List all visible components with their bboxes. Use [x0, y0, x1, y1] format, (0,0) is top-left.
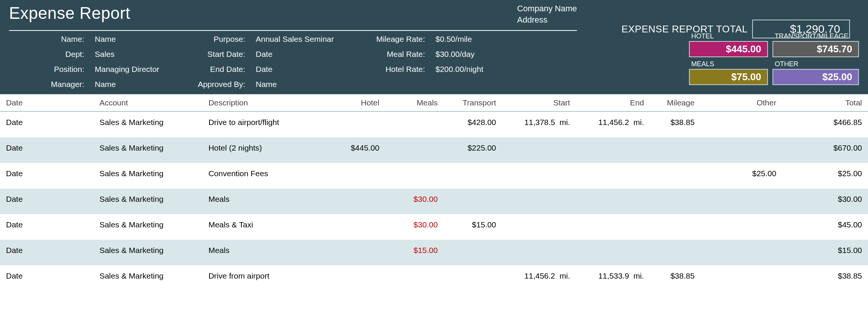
cell-meals	[385, 111, 444, 137]
manager-label: Manager:	[9, 80, 84, 89]
cell-mileage	[650, 214, 701, 240]
cell-meals	[385, 137, 444, 163]
report-header: Expense Report Company Name Address EXPE…	[0, 0, 868, 94]
cell-meals: $30.00	[385, 189, 444, 214]
summary-other: OTHER $25.00	[772, 60, 859, 85]
col-start: Start	[502, 94, 576, 112]
cell-total: $670.00	[782, 137, 868, 163]
cell-description: Drive to airport/flight	[202, 111, 327, 137]
summary-transport-value: $745.70	[772, 41, 859, 57]
cell-account: Sales & Marketing	[93, 265, 202, 291]
cell-start: 11,456.2 mi.	[502, 265, 576, 291]
cell-end	[576, 137, 650, 163]
end-date-label: End Date:	[189, 65, 245, 74]
detail-group-rates: Mileage Rate: $0.50/mile Meal Rate: $30.…	[372, 35, 503, 89]
cell-total: $466.85	[782, 111, 868, 137]
header-top: Expense Report Company Name Address	[9, 4, 577, 31]
summary-other-value: $25.00	[772, 69, 859, 85]
cell-transport	[444, 163, 502, 189]
header-details: Name: Name Dept: Sales Position: Managin…	[9, 31, 859, 89]
start-date-label: Start Date:	[189, 50, 245, 59]
cell-date: Date	[0, 137, 93, 163]
cell-other: $25.00	[701, 163, 782, 189]
detail-group-person: Name: Name Dept: Sales Position: Managin…	[9, 35, 185, 89]
cell-hotel	[327, 214, 385, 240]
manager-value: Name	[95, 80, 185, 89]
cell-account: Sales & Marketing	[93, 137, 202, 163]
cell-other	[701, 265, 782, 291]
company-name: Company Name	[517, 4, 577, 14]
cell-transport: $225.00	[444, 137, 502, 163]
cell-description: Hotel (2 nights)	[202, 137, 327, 163]
col-transport: Transport	[444, 94, 502, 112]
cell-account: Sales & Marketing	[93, 240, 202, 265]
dept-label: Dept:	[9, 50, 84, 59]
cell-end: 11,456.2 mi.	[576, 111, 650, 137]
cell-transport: $428.00	[444, 111, 502, 137]
company-block: Company Name Address	[517, 4, 577, 26]
meal-rate-value: $30.00/day	[436, 50, 503, 59]
cell-transport	[444, 189, 502, 214]
cell-total: $45.00	[782, 214, 868, 240]
summary-other-label: OTHER	[772, 60, 859, 68]
approved-by-label: Approved By:	[189, 80, 245, 89]
summary-hotel-value: $445.00	[689, 41, 768, 57]
start-date-value: Date	[256, 50, 369, 59]
company-address: Address	[517, 15, 577, 25]
table-row: DateSales & MarketingDrive to airport/fl…	[0, 111, 868, 137]
summary-meals-value: $75.00	[689, 69, 768, 85]
cell-end	[576, 189, 650, 214]
cell-total: $25.00	[782, 163, 868, 189]
cell-start	[502, 189, 576, 214]
name-value: Name	[95, 35, 185, 44]
table-row: DateSales & MarketingConvention Fees$25.…	[0, 163, 868, 189]
report-title: Expense Report	[9, 4, 131, 23]
summary-transport: TRANSPORT/MILEAGE $745.70	[772, 32, 859, 57]
cell-mileage	[650, 240, 701, 265]
mileage-rate-label: Mileage Rate:	[372, 35, 425, 44]
cell-description: Drive from airport	[202, 265, 327, 291]
table-header-row: Date Account Description Hotel Meals Tra…	[0, 94, 868, 112]
col-end: End	[576, 94, 650, 112]
cell-date: Date	[0, 240, 93, 265]
cell-mileage	[650, 189, 701, 214]
cell-other	[701, 137, 782, 163]
hotel-rate-value: $200.00/night	[436, 65, 503, 74]
summary-block: HOTEL $445.00 TRANSPORT/MILEAGE $745.70 …	[689, 32, 859, 85]
cell-meals	[385, 265, 444, 291]
name-label: Name:	[9, 35, 84, 44]
cell-account: Sales & Marketing	[93, 189, 202, 214]
table-row: DateSales & MarketingHotel (2 nights)$44…	[0, 137, 868, 163]
meal-rate-label: Meal Rate:	[372, 50, 425, 59]
table-row: DateSales & MarketingMeals$15.00$15.00	[0, 240, 868, 265]
cell-mileage	[650, 163, 701, 189]
cell-description: Meals	[202, 189, 327, 214]
cell-end	[576, 163, 650, 189]
summary-meals: MEALS $75.00	[689, 60, 768, 85]
cell-meals	[385, 163, 444, 189]
cell-mileage	[650, 137, 701, 163]
purpose-label: Purpose:	[189, 35, 245, 44]
cell-end: 11,533.9 mi.	[576, 265, 650, 291]
mileage-rate-value: $0.50/mile	[436, 35, 503, 44]
cell-mileage: $38.85	[650, 111, 701, 137]
cell-total: $30.00	[782, 189, 868, 214]
cell-hotel	[327, 189, 385, 214]
dept-value: Sales	[95, 50, 185, 59]
cell-start	[502, 163, 576, 189]
end-date-value: Date	[256, 65, 369, 74]
position-label: Position:	[9, 65, 84, 74]
table-row: DateSales & MarketingDrive from airport1…	[0, 265, 868, 291]
cell-account: Sales & Marketing	[93, 163, 202, 189]
cell-start	[502, 137, 576, 163]
cell-date: Date	[0, 214, 93, 240]
cell-date: Date	[0, 189, 93, 214]
cell-date: Date	[0, 111, 93, 137]
cell-transport	[444, 240, 502, 265]
cell-description: Convention Fees	[202, 163, 327, 189]
cell-mileage: $38.85	[650, 265, 701, 291]
cell-date: Date	[0, 265, 93, 291]
col-other: Other	[701, 94, 782, 112]
col-meals: Meals	[385, 94, 444, 112]
table-row: DateSales & MarketingMeals$30.00$30.00	[0, 189, 868, 214]
